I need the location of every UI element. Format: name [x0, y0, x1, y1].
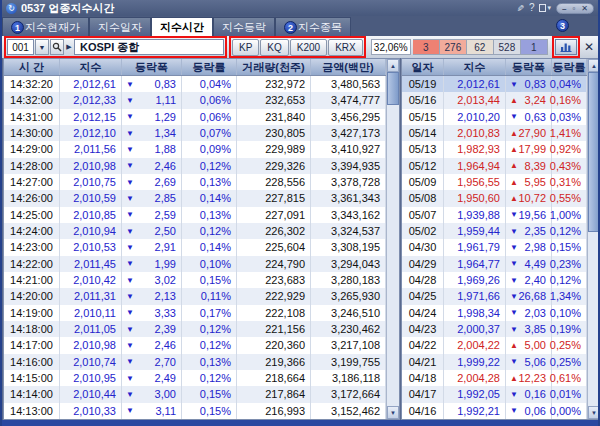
table-row[interactable]: 04/161,992,21▼0,060,00%: [402, 403, 587, 419]
daily-table-scrollbar[interactable]: ▲ ▼: [587, 59, 600, 419]
table-row[interactable]: 14:23:002,010,53▼2,910,14%225,6043,308,1…: [4, 239, 386, 255]
close-button[interactable]: ✕: [581, 4, 588, 13]
table-row[interactable]: 04/291,964,77▼4,490,23%: [402, 256, 587, 272]
column-header[interactable]: 등락률: [552, 59, 587, 75]
table-row[interactable]: 05/021,959,44▼2,350,12%: [402, 223, 587, 239]
table-row[interactable]: 14:19:002,010,11▼3,330,17%222,1083,246,5…: [4, 305, 386, 321]
table-row[interactable]: 05/162,013,44▲3,240,16%: [402, 92, 587, 108]
volume-cell: 225,604: [237, 239, 311, 255]
change-value: 3,11: [155, 405, 176, 417]
column-header[interactable]: 일자: [402, 59, 444, 75]
table-row[interactable]: 14:31:002,012,15▼1,290,06%231,8403,456,2…: [4, 109, 386, 125]
table-row[interactable]: 14:24:002,010,94▼2,500,12%226,3023,324,5…: [4, 223, 386, 239]
table-row[interactable]: 04/251,971,66▼26,681,34%: [402, 288, 587, 304]
table-row[interactable]: 14:20:002,011,31▼2,130,11%222,9293,265,9…: [4, 288, 386, 304]
amount-cell: 3,246,510: [311, 305, 386, 321]
minimize-button[interactable]: –: [562, 4, 566, 13]
help-icon[interactable]: ?: [529, 2, 535, 14]
table-row[interactable]: 05/192,012,61▼0,830,04%: [402, 76, 587, 92]
market-button-kp[interactable]: KP: [232, 39, 259, 56]
table-row[interactable]: 14:14:002,010,44▼3,000,15%217,8643,172,6…: [4, 386, 386, 402]
pin-icon[interactable]: ✎: [514, 4, 526, 12]
market-button-krx[interactable]: KRX: [328, 39, 363, 56]
tab-index-time[interactable]: 지수시간: [151, 17, 213, 36]
time-cell: 14:13:00: [4, 403, 60, 419]
table-row[interactable]: 14:32:202,012,61▼0,830,04%232,9723,480,5…: [4, 76, 386, 92]
scroll-up-button[interactable]: ▲: [588, 59, 600, 72]
table-row[interactable]: 14:30:002,012,10▼1,340,07%230,8053,427,1…: [4, 125, 386, 141]
index-cell: 2,012,33: [60, 92, 122, 108]
table-row[interactable]: 14:13:002,010,33▼3,110,15%216,9933,152,4…: [4, 403, 386, 419]
change-cell: ▼2,50: [122, 223, 182, 239]
window-menu-icon[interactable]: ▾: [539, 2, 551, 14]
table-row[interactable]: 14:16:002,010,74▼2,700,13%219,3663,199,7…: [4, 354, 386, 370]
change-value: 0,83: [525, 78, 546, 90]
code-dropdown-button[interactable]: ▼: [35, 39, 49, 55]
table-row[interactable]: 14:15:002,010,95▼2,490,12%218,6643,186,1…: [4, 370, 386, 386]
table-row[interactable]: 05/131,982,93▲17,990,92%: [402, 141, 587, 157]
scrollbar-thumb[interactable]: [387, 72, 399, 105]
table-row[interactable]: 04/241,998,34▼2,030,10%: [402, 305, 587, 321]
market-button-kq[interactable]: KQ: [260, 39, 288, 56]
table-row[interactable]: 14:26:002,010,59▼2,850,14%227,8153,361,3…: [4, 190, 386, 206]
tab-label: 지수종목: [298, 20, 342, 35]
table-row[interactable]: 05/091,956,55▲5,950,31%: [402, 174, 587, 190]
scroll-up-button[interactable]: ▲: [387, 59, 399, 72]
table-row[interactable]: 05/121,964,94▲8,390,43%: [402, 158, 587, 174]
column-header[interactable]: 시 간: [4, 59, 60, 75]
column-header[interactable]: 등락률: [182, 59, 237, 75]
index-name-field[interactable]: KOSPI 종합: [74, 39, 224, 55]
table-row[interactable]: 14:22:002,011,45▼1,990,10%224,7903,294,0…: [4, 256, 386, 272]
change-cell: ▼0,83: [122, 76, 182, 92]
column-header[interactable]: 거래량(천주): [237, 59, 311, 75]
search-button[interactable]: [50, 39, 64, 55]
table-row[interactable]: 04/281,969,26▼2,400,12%: [402, 272, 587, 288]
change-cell: ▼3,85: [506, 321, 552, 337]
table-row[interactable]: 14:28:002,010,98▼2,460,12%229,3263,394,9…: [4, 158, 386, 174]
table-row[interactable]: 05/081,950,60▲10,720,55%: [402, 190, 587, 206]
table-row[interactable]: 05/142,010,83▲27,901,41%: [402, 125, 587, 141]
table-row[interactable]: 04/222,004,22▲5,000,25%: [402, 337, 587, 353]
table-row[interactable]: 14:25:002,010,85▼2,590,13%227,0913,343,1…: [4, 207, 386, 223]
table-row[interactable]: 04/171,992,05▼0,160,01%: [402, 386, 587, 402]
table-row[interactable]: 14:17:002,010,98▼2,460,12%220,3603,217,1…: [4, 337, 386, 353]
table-row[interactable]: 04/182,004,28▲12,230,61%: [402, 370, 587, 386]
column-header[interactable]: 지수: [444, 59, 506, 75]
table-row[interactable]: 14:27:002,010,75▼2,690,13%228,5563,378,7…: [4, 174, 386, 190]
table-row[interactable]: 14:18:002,011,05▼2,390,12%221,1563,230,4…: [4, 321, 386, 337]
index-code-field[interactable]: 001: [7, 39, 34, 55]
column-header[interactable]: 등락폭: [506, 59, 552, 75]
table-row[interactable]: 14:21:002,010,42▼3,020,15%223,6833,280,1…: [4, 272, 386, 288]
panel-close-icon[interactable]: ✕: [583, 40, 595, 54]
rate-cell: 0,04%: [182, 76, 237, 92]
change-cell: ▼4,49: [506, 256, 552, 272]
scroll-down-button[interactable]: ▼: [387, 406, 399, 419]
tab-index-updown[interactable]: 지수등락: [213, 17, 275, 36]
column-header[interactable]: 금액(백만): [311, 59, 386, 75]
table-row[interactable]: 05/071,939,88▼19,561,00%: [402, 207, 587, 223]
rate-cell: 0,11%: [182, 288, 237, 304]
amount-cell: 3,378,728: [311, 174, 386, 190]
table-row[interactable]: 05/152,010,20▼0,630,03%: [402, 109, 587, 125]
volume-cell: 217,864: [237, 386, 311, 402]
change-cell: ▼2,03: [506, 305, 552, 321]
column-header[interactable]: 지수: [60, 59, 122, 75]
tab-index-stocks[interactable]: 2지수종목: [275, 17, 351, 36]
column-header[interactable]: 등락폭: [122, 59, 182, 75]
table-row[interactable]: 14:29:002,011,56▼1,880,09%229,9893,410,9…: [4, 141, 386, 157]
scrollbar-thumb[interactable]: [588, 72, 600, 232]
market-button-k200[interactable]: K200: [290, 39, 327, 56]
tab-index-current[interactable]: 1지수현재가: [2, 17, 89, 36]
window-title: 0537 업종지수시간: [21, 1, 115, 16]
scroll-down-button[interactable]: ▼: [588, 406, 600, 419]
time-table-scrollbar[interactable]: ▲ ▼: [386, 59, 399, 419]
table-row[interactable]: 14:32:002,012,33▼1,110,06%232,6533,474,7…: [4, 92, 386, 108]
restore-button[interactable]: ▫: [572, 4, 575, 13]
expand-arrow-icon[interactable]: ▶: [65, 43, 73, 51]
tab-index-daily[interactable]: 지수일자: [89, 17, 151, 36]
table-row[interactable]: 04/211,999,22▼5,060,25%: [402, 354, 587, 370]
change-value: 2,46: [155, 339, 176, 351]
table-row[interactable]: 04/232,000,37▼3,850,19%: [402, 321, 587, 337]
chart-button[interactable]: [555, 39, 577, 55]
table-row[interactable]: 04/301,961,79▼2,980,15%: [402, 239, 587, 255]
